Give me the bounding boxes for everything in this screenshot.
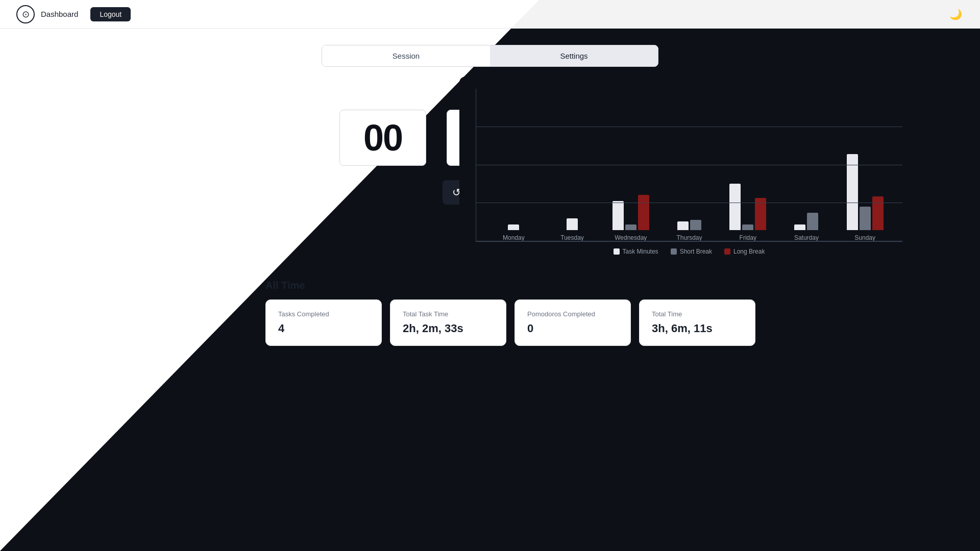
tab-bar: Session Settings xyxy=(322,45,658,67)
bar-short xyxy=(690,220,701,230)
navbar: ⊙ Dashboard Logout 🌙 xyxy=(0,0,980,29)
day-label: Thursday xyxy=(677,234,702,241)
bar-short xyxy=(625,224,636,230)
legend-label-task: Task Minutes xyxy=(623,248,658,255)
legend-dot-short xyxy=(671,248,677,255)
legend-label-long: Long Break xyxy=(733,248,765,255)
day-label: Sunday xyxy=(854,234,875,241)
stat-card-total-task-time: Total Task Time2h, 2m, 33s xyxy=(390,299,506,346)
stat-label-total-time: Total Time xyxy=(652,310,743,318)
legend-item-long: Long Break xyxy=(724,248,765,255)
stat-card-tasks-completed: Tasks Completed4 xyxy=(265,299,382,346)
chart-group-friday: Friday xyxy=(719,184,777,241)
bars xyxy=(508,224,519,230)
bars xyxy=(567,218,578,230)
day-label: Wednesday xyxy=(615,234,647,241)
legend-item-task: Task Minutes xyxy=(614,248,658,255)
chart-group-tuesday: Tuesday xyxy=(543,218,602,241)
legend-item-short: Short Break xyxy=(671,248,712,255)
stat-card-pomodoros-completed: Pomodoros Completed0 xyxy=(514,299,631,346)
legend-label-short: Short Break xyxy=(680,248,712,255)
chart-section: MondayTuesdayWednesdayThursdayFridaySatu… xyxy=(459,77,919,263)
bar-task xyxy=(847,154,858,230)
bar-long xyxy=(872,196,884,230)
logo-icon: ⊙ xyxy=(16,5,35,23)
logout-button[interactable]: Logout xyxy=(90,7,131,21)
chart-legend: Task MinutesShort BreakLong Break xyxy=(476,248,902,255)
day-label: Tuesday xyxy=(560,234,584,241)
alltime-section: All Time Tasks Completed4Total Task Time… xyxy=(265,280,755,346)
bars xyxy=(677,220,701,230)
bar-short xyxy=(742,224,753,230)
stat-label-tasks-completed: Tasks Completed xyxy=(278,310,369,318)
chart-group-monday: Monday xyxy=(484,224,543,241)
bar-task xyxy=(677,221,689,230)
stat-cards: Tasks Completed4Total Task Time2h, 2m, 3… xyxy=(265,299,755,346)
bar-task xyxy=(567,218,578,230)
bars xyxy=(612,195,649,230)
stat-value-tasks-completed: 4 xyxy=(278,322,369,335)
bar-long xyxy=(755,198,766,230)
chart-group-saturday: Saturday xyxy=(777,213,836,241)
bar-task xyxy=(508,224,519,230)
tab-session[interactable]: Session xyxy=(322,45,490,66)
bar-task xyxy=(794,224,805,230)
day-label: Monday xyxy=(503,234,525,241)
chart-group-thursday: Thursday xyxy=(660,220,719,241)
legend-dot-long xyxy=(724,248,730,255)
bars xyxy=(847,154,884,230)
stat-label-total-task-time: Total Task Time xyxy=(403,310,494,318)
day-label: Friday xyxy=(740,234,756,241)
legend-dot-task xyxy=(614,248,620,255)
stat-value-pomodoros-completed: 0 xyxy=(527,322,618,335)
bar-long xyxy=(638,195,649,230)
theme-toggle[interactable]: 🌙 xyxy=(947,6,964,22)
stat-card-total-time: Total Time3h, 6m, 11s xyxy=(639,299,755,346)
dashboard-link[interactable]: Dashboard xyxy=(41,10,78,18)
bar-short xyxy=(807,213,818,230)
bar-task xyxy=(612,201,624,230)
tab-settings[interactable]: Settings xyxy=(490,45,658,66)
stat-value-total-time: 3h, 6m, 11s xyxy=(652,322,743,335)
stat-value-total-task-time: 2h, 2m, 33s xyxy=(403,322,494,335)
stat-label-pomodoros-completed: Pomodoros Completed xyxy=(527,310,618,318)
bars xyxy=(794,213,818,230)
moon-icon: 🌙 xyxy=(949,8,962,20)
alltime-heading: All Time xyxy=(265,280,755,291)
chart-group-sunday: Sunday xyxy=(836,154,894,241)
chart-group-wednesday: Wednesday xyxy=(601,195,660,241)
bars xyxy=(729,184,766,230)
bar-short xyxy=(860,207,871,230)
chart-area: MondayTuesdayWednesdayThursdayFridaySatu… xyxy=(476,89,902,242)
day-label: Saturday xyxy=(794,234,819,241)
bar-task xyxy=(729,184,741,230)
